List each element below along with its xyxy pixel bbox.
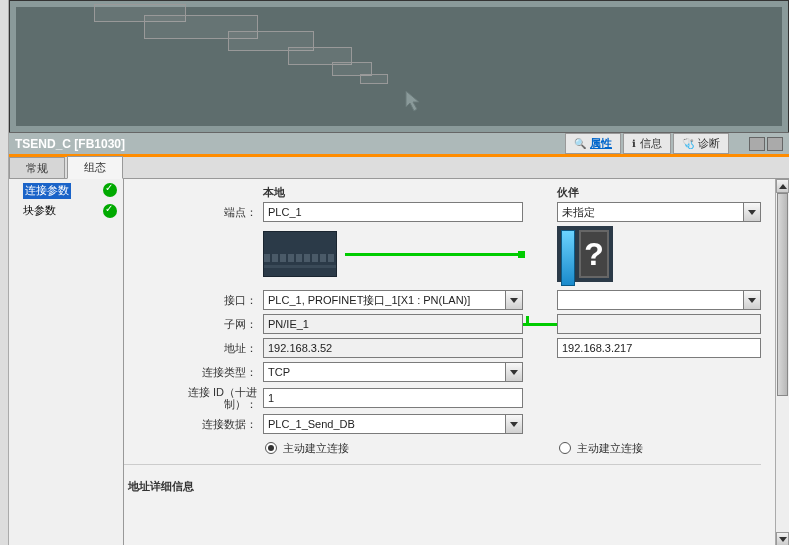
form-scroll: 本地 伙伴 端点：: [124, 179, 775, 545]
nav-tree: 连接参数 块参数: [9, 179, 124, 545]
interface-local-select[interactable]: [263, 290, 505, 310]
tab-properties[interactable]: 🔍 属性: [565, 133, 621, 154]
titlebar-buttons: [749, 137, 783, 151]
left-gutter: [0, 0, 9, 545]
cursor-icon: [404, 89, 424, 113]
minimize-button[interactable]: [749, 137, 765, 151]
subnet-local-field: [263, 314, 523, 334]
column-header-local: 本地: [263, 185, 523, 200]
conn-data-dropdown[interactable]: [505, 414, 523, 434]
check-icon: [103, 204, 117, 218]
restore-button[interactable]: [767, 137, 783, 151]
info-icon: ℹ: [632, 138, 636, 149]
tab-general[interactable]: 常规: [9, 157, 65, 179]
diagnostics-icon: 🩺: [682, 138, 694, 149]
active-conn-local-radio[interactable]: 主动建立连接: [263, 441, 523, 456]
tab-configuration[interactable]: 组态: [67, 156, 123, 179]
inspector-view-tabs: 🔍 属性 ℹ 信息 🩺 诊断: [565, 133, 729, 154]
scroll-track[interactable]: [776, 193, 789, 532]
tree-item-connection-params[interactable]: 连接参数: [9, 181, 123, 201]
unknown-icon: ?: [579, 230, 609, 278]
label-conn-type: 连接类型：: [156, 365, 263, 380]
address-local-field: [263, 338, 523, 358]
interface-partner-select[interactable]: [557, 290, 743, 310]
scroll-down-button[interactable]: [776, 532, 789, 545]
label-address: 地址：: [156, 341, 263, 356]
endpoint-local-input[interactable]: [263, 202, 523, 222]
main-tabs: 常规 组态: [9, 157, 789, 179]
canvas-inner: [10, 1, 788, 132]
properties-icon: 🔍: [574, 138, 586, 149]
editor-canvas: [9, 0, 789, 132]
check-icon: [103, 183, 117, 197]
inspector-body: 连接参数 块参数 本地 伙伴 端点：: [9, 179, 789, 545]
local-device-image: [263, 231, 337, 277]
conn-type-dropdown[interactable]: [505, 362, 523, 382]
section-address-details: 地址详细信息: [128, 471, 761, 498]
scroll-thumb[interactable]: [777, 193, 788, 396]
radio-icon: [559, 442, 571, 454]
scroll-up-button[interactable]: [776, 179, 789, 193]
wire-local: [345, 253, 519, 256]
column-header-partner: 伙伴: [557, 185, 761, 200]
address-partner-input[interactable]: [557, 338, 761, 358]
vertical-scrollbar[interactable]: [775, 179, 789, 545]
conn-id-input[interactable]: [263, 388, 523, 408]
label-subnet: 子网：: [156, 317, 263, 332]
endpoint-partner-input[interactable]: [557, 202, 743, 222]
inspector-title-bar: TSEND_C [FB1030] 🔍 属性 ℹ 信息 🩺 诊断: [9, 132, 789, 154]
tab-info[interactable]: ℹ 信息: [623, 133, 671, 154]
wire-subnet: [523, 323, 557, 326]
tab-diagnostics[interactable]: 🩺 诊断: [673, 133, 729, 154]
interface-partner-dropdown[interactable]: [743, 290, 761, 310]
deco-rect: [360, 74, 388, 84]
active-conn-partner-radio[interactable]: 主动建立连接: [557, 441, 761, 456]
conn-data-select[interactable]: [263, 414, 505, 434]
label-conn-id: 连接 ID（十进制）：: [156, 386, 263, 410]
interface-local-dropdown[interactable]: [505, 290, 523, 310]
form-content: 本地 伙伴 端点：: [124, 179, 775, 498]
conn-type-select[interactable]: [263, 362, 505, 382]
inspector-title: TSEND_C [FB1030]: [15, 137, 125, 151]
endpoint-partner-dropdown[interactable]: [743, 202, 761, 222]
tree-item-block-params[interactable]: 块参数: [9, 201, 123, 220]
label-conn-data: 连接数据：: [156, 417, 263, 432]
label-endpoint: 端点：: [156, 205, 263, 220]
partner-device-image: ?: [557, 226, 613, 282]
form-area: 本地 伙伴 端点：: [124, 179, 775, 545]
label-interface: 接口：: [156, 293, 263, 308]
radio-icon: [265, 442, 277, 454]
subnet-partner-field: [557, 314, 761, 334]
